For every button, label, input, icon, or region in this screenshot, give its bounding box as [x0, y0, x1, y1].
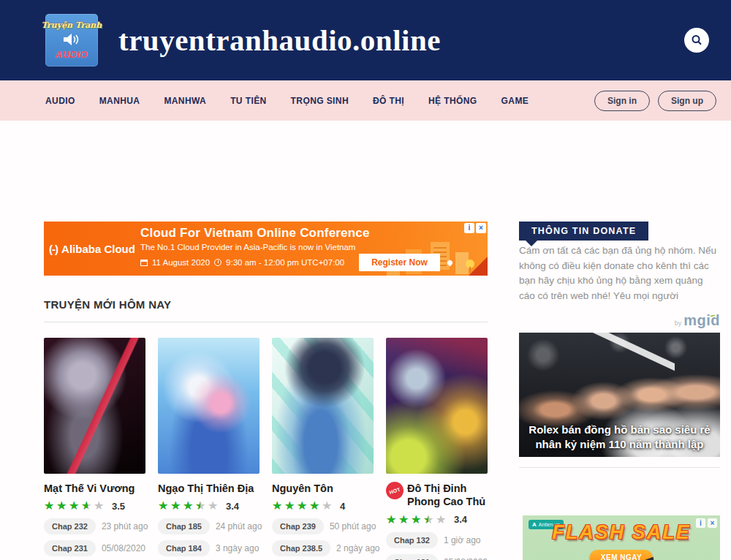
alibaba-brand-name: Alibaba Cloud	[61, 243, 135, 255]
ad-close-icon[interactable]: ×	[476, 223, 486, 233]
chapter-row: Chap 184 3 ngày ago	[158, 540, 260, 556]
comic-card[interactable]: Ngạo Thị Thiên Địa ★★★★★★★★★ 3.4 Chap 18…	[158, 338, 260, 560]
chapter-row: Chap 131 05/08/2020	[386, 554, 488, 560]
nav-item-he-thong[interactable]: HỆ THỐNG	[428, 96, 477, 106]
xem-ngay-button[interactable]: XEM NGAY	[590, 550, 653, 560]
star-icon: ★★	[398, 514, 411, 526]
chapter-badge[interactable]: Chap 132	[386, 532, 438, 548]
star-icon: ★	[94, 500, 106, 512]
nav-item-trong-sinh[interactable]: TRỌNG SINH	[291, 96, 349, 106]
speaker-icon	[62, 31, 81, 48]
star-icon: ★★	[183, 500, 195, 512]
comic-title[interactable]: Đô Thị Đỉnh Phong Cao Thủ	[407, 482, 488, 509]
star-icon: ★★	[69, 500, 81, 512]
alibaba-ad-banner[interactable]: (-) Alibaba Cloud Cloud For Vietnam Onli…	[44, 222, 488, 276]
chapter-time: 2 ngày ago	[336, 543, 379, 553]
site-title[interactable]: truyentranhaudio.online	[118, 23, 441, 58]
comic-card[interactable]: Nguyên Tôn ★★★★★★★★★ 4 Chap 239 50 phút …	[272, 338, 374, 560]
comic-cover-image[interactable]	[386, 338, 488, 474]
chapter-badge[interactable]: Chap 231	[44, 540, 96, 556]
sign-in-button[interactable]: Sign in	[594, 91, 650, 111]
site-header: Truyện Tranh AUDIO truyentranhaudio.onli…	[0, 0, 731, 80]
mgid-logo: mgid	[683, 312, 720, 329]
alibaba-brand: (-) Alibaba Cloud	[44, 243, 140, 255]
comic-card[interactable]: Mạt Thế Vi Vương ★★★★★★★★★ 3.5 Chap 232 …	[44, 338, 145, 560]
star-icon: ★	[436, 514, 448, 526]
ad-info-icon[interactable]: i	[464, 223, 474, 233]
native-ad-caption[interactable]: Rolex bán đồng hồ bản sao siêu rẻ nhân k…	[519, 423, 720, 451]
star-rating: ★★★★★★★★★	[272, 499, 334, 512]
rating-value: 3.5	[112, 501, 125, 512]
sidebar: THÔNG TIN DONATE Cám ơn tất cả các bạn đ…	[519, 121, 720, 140]
register-now-button[interactable]: Register Now	[359, 254, 440, 271]
nav-item-tu-tien[interactable]: TU TIÊN	[230, 96, 266, 106]
nav-item-do-thi[interactable]: ĐÔ THỊ	[373, 96, 404, 106]
chapter-time: 1 giờ ago	[444, 535, 481, 545]
star-icon: ★	[208, 500, 220, 512]
nav-item-game[interactable]: GAME	[501, 96, 529, 106]
chapter-badge[interactable]: Chap 184	[158, 540, 210, 556]
nav-item-manhwa[interactable]: MANHWA	[164, 96, 206, 106]
donate-ribbon: THÔNG TIN DONATE	[519, 222, 648, 241]
mgid-by-label: by	[675, 319, 682, 327]
logo-text-top: Truyện Tranh	[42, 20, 102, 30]
comic-cover-image[interactable]	[158, 338, 260, 474]
location-pin-icon	[446, 259, 453, 266]
rating-value: 4	[340, 501, 345, 512]
comic-title[interactable]: Nguyên Tôn	[272, 482, 333, 495]
main-nav: AUDIO MANHUA MANHWA TU TIÊN TRỌNG SINH Đ…	[0, 80, 731, 121]
star-icon: ★★	[284, 500, 297, 512]
chapter-time: 50 phút ago	[330, 521, 376, 531]
chapter-time: 05/08/2020	[102, 543, 145, 553]
donate-text: Cám ơn tất cả các bạn đã ủng hộ nhóm. Nế…	[519, 243, 720, 303]
search-button[interactable]	[684, 28, 709, 53]
comic-cover-image[interactable]	[44, 338, 145, 474]
chapter-badge[interactable]: Chap 238.5	[272, 540, 330, 556]
site-logo[interactable]: Truyện Tranh AUDIO	[45, 14, 98, 67]
calendar-icon	[140, 260, 148, 266]
section-header: TRUYỆN MỚI HÔM NAY	[44, 298, 488, 322]
star-icon: ★★	[158, 500, 170, 512]
star-icon: ★★	[423, 514, 436, 526]
ad-banner-content: Cloud For Vietnam Online Conference The …	[140, 226, 452, 271]
chapter-badge[interactable]: Chap 131	[386, 554, 438, 560]
ad-banner-subtitle: The No.1 Cloud Provider in Asia-Pacific …	[140, 243, 452, 251]
star-icon: ★★	[44, 500, 56, 512]
star-rating: ★★★★★★★★★	[158, 499, 220, 512]
rating-value: 3.4	[454, 514, 467, 525]
star-rating: ★★★★★★★★★	[386, 513, 448, 526]
star-icon: ★★	[195, 500, 208, 512]
rating-value: 3.4	[226, 501, 239, 512]
flash-sale-title: FLASH SALE	[523, 521, 720, 544]
comic-cover-image[interactable]	[272, 338, 374, 474]
star-icon: ★★	[81, 500, 94, 512]
flash-sale-ad[interactable]: A Antien.vn FLASH SALE XEM NGAY i ×	[523, 515, 720, 560]
sign-up-button[interactable]: Sign up	[658, 91, 716, 111]
comic-title[interactable]: Mạt Thế Vi Vương	[44, 482, 135, 495]
chapter-badge[interactable]: Chap 232	[44, 518, 96, 534]
star-rating: ★★★★★★★★★	[44, 499, 106, 512]
corner-decoration	[469, 257, 488, 276]
comic-card-grid: Mạt Thế Vi Vương ★★★★★★★★★ 3.5 Chap 232 …	[44, 338, 488, 560]
logo-text-audio: AUDIO	[56, 49, 88, 60]
nav-item-audio[interactable]: AUDIO	[45, 96, 75, 106]
nav-item-manhua[interactable]: MANHUA	[99, 96, 140, 106]
comic-title[interactable]: Ngạo Thị Thiên Địa	[158, 482, 254, 495]
clock-icon	[214, 259, 221, 266]
star-icon: ★★	[386, 514, 398, 526]
chapter-row: Chap 238.5 2 ngày ago	[272, 540, 374, 556]
comic-card[interactable]: HOT Đô Thị Đỉnh Phong Cao Thủ ★★★★★★★★★ …	[386, 338, 488, 560]
star-icon: ★★	[309, 500, 322, 512]
chapter-badge[interactable]: Chap 239	[272, 518, 324, 534]
star-icon: ★	[322, 500, 334, 512]
mgid-attribution[interactable]: by mgid	[675, 312, 720, 329]
page: Truyện Tranh AUDIO truyentranhaudio.onli…	[0, 0, 731, 560]
ad-info-icon[interactable]: i	[696, 518, 705, 528]
chapter-time: 24 phút ago	[216, 521, 262, 531]
alibaba-logo-icon: (-)	[49, 243, 58, 255]
chapter-badge[interactable]: Chap 185	[158, 518, 210, 534]
ad-close-icon[interactable]: ×	[708, 518, 717, 528]
hot-badge: HOT	[384, 480, 406, 502]
native-ad-image[interactable]: Rolex bán đồng hồ bản sao siêu rẻ nhân k…	[519, 333, 720, 457]
chapter-time: 05/08/2020	[444, 557, 488, 560]
